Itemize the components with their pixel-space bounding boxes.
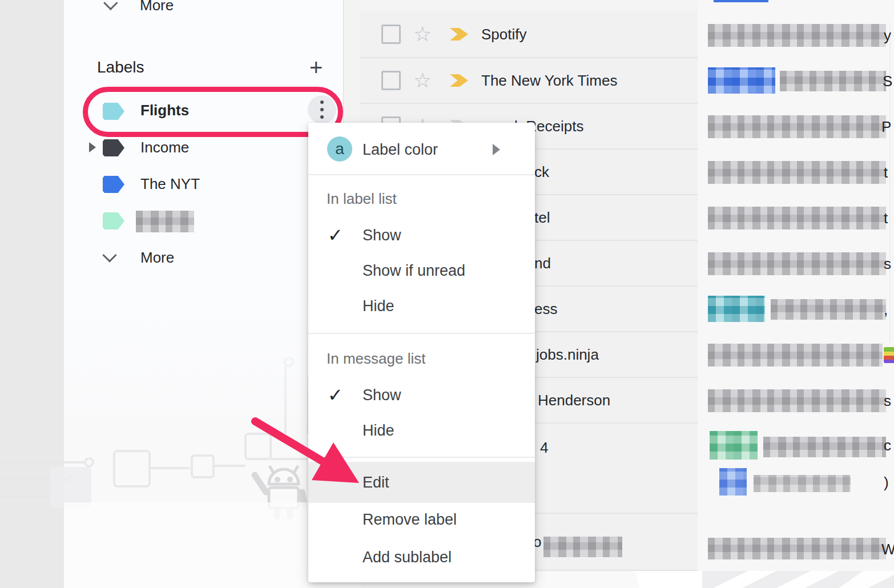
redacted-attachment-icon (719, 468, 747, 496)
menu-item-remove-label[interactable]: Remove label (308, 502, 535, 537)
sender-name: Spotify (481, 26, 527, 43)
menu-divider (308, 174, 535, 175)
redacted-green-chip (710, 431, 758, 460)
checkbox[interactable] (381, 25, 401, 44)
menu-item-label: Remove label (363, 511, 457, 529)
redacted-attachment-label (754, 475, 851, 492)
sidebar-item-more-labels[interactable]: More (140, 249, 174, 267)
menu-item-label: Show (363, 386, 401, 404)
attachment-trailing-text: ) (884, 474, 889, 492)
sidebar-label-the-nyt[interactable]: The NYT (140, 175, 200, 193)
redacted-subject (708, 389, 886, 412)
menu-divider (308, 333, 535, 334)
email-row[interactable]: ☆ Spotify (360, 11, 698, 58)
redacted-subject (763, 437, 886, 457)
sender-name: ck (534, 163, 549, 181)
importance-marker-icon[interactable] (450, 74, 468, 87)
star-icon[interactable]: ☆ (413, 70, 432, 91)
redacted-subject (708, 115, 886, 138)
check-icon: ✓ (328, 224, 343, 246)
menu-item-label-color[interactable]: a Label color (308, 127, 535, 172)
redacted-sender (543, 537, 622, 557)
cropped-blue-element (714, 0, 768, 2)
subject-trailing-text: , (884, 301, 888, 319)
section-header-in-label-list: In label list (327, 190, 521, 208)
menu-item-label: Hide (363, 297, 394, 315)
email-row[interactable]: ☆ The New York Times (360, 58, 698, 104)
label-color-swatch: a (327, 136, 352, 162)
chevron-down-icon (104, 1, 114, 11)
annotation-arrow (243, 406, 374, 498)
redacted-label-name[interactable] (136, 211, 194, 232)
labels-section-title: Labels (97, 58, 144, 76)
sender-name: The New York Times (481, 72, 617, 90)
partial-row (360, 0, 698, 13)
redacted-subject (708, 252, 886, 275)
check-icon: ✓ (328, 384, 343, 406)
annotation-highlight-ring (83, 87, 343, 137)
subject-trailing-text: S (883, 73, 892, 90)
redacted-subject (708, 207, 886, 229)
expand-arrow-icon[interactable] (89, 142, 96, 152)
subject-trailing-text: W (881, 541, 894, 558)
sidebar-item-more-top[interactable]: More (140, 0, 174, 14)
redacted-subject (708, 24, 886, 47)
gmail-screenshot: More Labels + Flights Income The NYT Mor… (0, 0, 894, 588)
menu-item-add-sublabel[interactable]: Add sublabel (308, 539, 535, 575)
subject-trailing-text: s (884, 255, 891, 273)
menu-item-label: Show if unread (363, 262, 465, 280)
menu-item-show-label-list[interactable]: ✓ Show (308, 218, 535, 253)
subject-trailing-text: P (881, 118, 891, 136)
subject-trailing-text: y (884, 27, 891, 45)
menu-item-label: Add sublabel (363, 549, 452, 566)
chevron-down-icon (104, 250, 115, 260)
redacted-subject (708, 538, 886, 559)
emoji-icon (884, 347, 894, 363)
sender-name: ess (534, 300, 557, 318)
subject-trailing-text: c (884, 437, 891, 454)
redacted-subject (780, 71, 886, 91)
thread-count: 4 (540, 439, 548, 457)
sender-name: Henderson (538, 392, 610, 409)
redacted-blue-chip (708, 67, 775, 94)
submenu-arrow-icon (493, 144, 500, 155)
redacted-subject (771, 299, 886, 320)
redacted-subject (708, 161, 886, 184)
menu-item-label: Label color (363, 141, 438, 159)
sidebar-label-income[interactable]: Income (140, 139, 189, 156)
create-label-button[interactable]: + (309, 57, 323, 78)
star-icon[interactable]: ☆ (413, 24, 432, 45)
redacted-teal-chip (708, 296, 765, 322)
subject-trailing-text: t (884, 164, 888, 182)
sender-name: nd (534, 255, 551, 272)
sender-name: tel (534, 209, 550, 227)
importance-marker-icon[interactable] (450, 28, 468, 41)
menu-item-label: Show (363, 227, 401, 244)
subject-column-edge (889, 23, 891, 343)
menu-item-show-if-unread[interactable]: Show if unread (308, 253, 535, 288)
subject-trailing-text: s (884, 392, 891, 410)
sender-name: jobs.ninja (536, 346, 599, 364)
label-options-menu: a Label color In label list ✓ Show Show … (308, 123, 535, 582)
redacted-subject (708, 344, 883, 367)
subject-trailing-text: t (884, 210, 888, 227)
checkbox[interactable] (381, 71, 401, 90)
section-header-in-message-list: In message list (327, 350, 521, 368)
menu-item-hide-label-list[interactable]: Hide (308, 288, 535, 324)
